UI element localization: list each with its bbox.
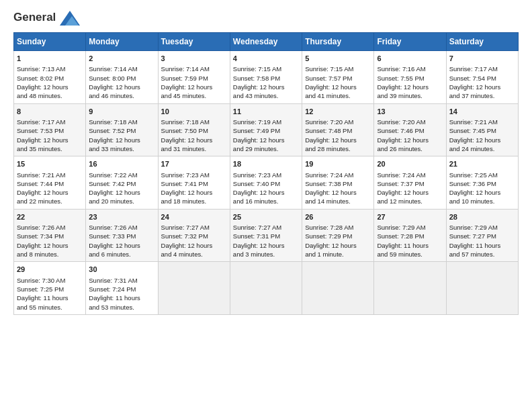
day-number: 19 — [305, 159, 371, 169]
day-number: 3 — [161, 54, 227, 64]
day-cell-7: 7Sunrise: 7:17 AMSunset: 7:54 PMDaylight… — [446, 51, 518, 104]
day-number: 15 — [17, 159, 83, 169]
day-number: 20 — [377, 159, 443, 169]
week-row-2: 8Sunrise: 7:17 AMSunset: 7:53 PMDaylight… — [14, 103, 519, 156]
day-cell-13: 13Sunrise: 7:20 AMSunset: 7:46 PMDayligh… — [374, 103, 446, 156]
col-header-wednesday: Wednesday — [230, 33, 302, 51]
week-row-3: 15Sunrise: 7:21 AMSunset: 7:44 PMDayligh… — [14, 156, 519, 210]
empty-cell — [302, 262, 374, 315]
day-number: 29 — [17, 265, 83, 275]
logo: General — [13, 11, 80, 26]
day-number: 6 — [377, 54, 443, 64]
day-cell-8: 8Sunrise: 7:17 AMSunset: 7:53 PMDaylight… — [14, 103, 86, 156]
day-cell-22: 22Sunrise: 7:26 AMSunset: 7:34 PMDayligh… — [14, 209, 86, 262]
day-number: 23 — [89, 212, 154, 222]
day-cell-20: 20Sunrise: 7:24 AMSunset: 7:37 PMDayligh… — [374, 156, 446, 210]
day-cell-29: 29Sunrise: 7:30 AMSunset: 7:25 PMDayligh… — [14, 262, 86, 315]
week-row-5: 29Sunrise: 7:30 AMSunset: 7:25 PMDayligh… — [14, 262, 519, 315]
day-number: 13 — [377, 107, 443, 117]
day-cell-2: 2Sunrise: 7:14 AMSunset: 8:00 PMDaylight… — [86, 51, 158, 104]
col-header-sunday: Sunday — [14, 33, 86, 51]
calendar-table: SundayMondayTuesdayWednesdayThursdayFrid… — [13, 32, 519, 315]
logo-icon — [60, 11, 80, 26]
day-cell-3: 3Sunrise: 7:14 AMSunset: 7:59 PMDaylight… — [158, 51, 230, 104]
day-number: 11 — [233, 107, 299, 117]
day-number: 21 — [449, 159, 515, 169]
day-number: 28 — [449, 212, 515, 222]
day-cell-23: 23Sunrise: 7:26 AMSunset: 7:33 PMDayligh… — [86, 209, 158, 262]
header: General — [13, 11, 519, 26]
logo-text: General — [13, 11, 80, 26]
day-number: 4 — [233, 54, 299, 64]
day-cell-30: 30Sunrise: 7:31 AMSunset: 7:24 PMDayligh… — [86, 262, 158, 315]
day-cell-28: 28Sunrise: 7:29 AMSunset: 7:27 PMDayligh… — [446, 209, 518, 262]
day-number: 25 — [233, 212, 299, 222]
day-cell-15: 15Sunrise: 7:21 AMSunset: 7:44 PMDayligh… — [14, 156, 86, 210]
week-row-1: 1Sunrise: 7:13 AMSunset: 8:02 PMDaylight… — [14, 51, 519, 104]
day-cell-24: 24Sunrise: 7:27 AMSunset: 7:32 PMDayligh… — [158, 209, 230, 262]
day-cell-6: 6Sunrise: 7:16 AMSunset: 7:55 PMDaylight… — [374, 51, 446, 104]
day-cell-11: 11Sunrise: 7:19 AMSunset: 7:49 PMDayligh… — [230, 103, 302, 156]
day-cell-4: 4Sunrise: 7:15 AMSunset: 7:58 PMDaylight… — [230, 51, 302, 104]
day-number: 24 — [161, 212, 227, 222]
day-number: 27 — [377, 212, 443, 222]
day-number: 8 — [17, 107, 83, 117]
col-header-tuesday: Tuesday — [158, 33, 230, 51]
day-number: 22 — [17, 212, 83, 222]
day-number: 5 — [305, 54, 371, 64]
empty-cell — [374, 262, 446, 315]
day-cell-19: 19Sunrise: 7:24 AMSunset: 7:38 PMDayligh… — [302, 156, 374, 210]
day-number: 12 — [305, 107, 371, 117]
day-cell-9: 9Sunrise: 7:18 AMSunset: 7:52 PMDaylight… — [86, 103, 158, 156]
empty-cell — [446, 262, 518, 315]
day-number: 30 — [89, 265, 154, 275]
week-row-4: 22Sunrise: 7:26 AMSunset: 7:34 PMDayligh… — [14, 209, 519, 262]
col-header-thursday: Thursday — [302, 33, 374, 51]
col-header-monday: Monday — [86, 33, 158, 51]
day-cell-26: 26Sunrise: 7:28 AMSunset: 7:29 PMDayligh… — [302, 209, 374, 262]
day-cell-5: 5Sunrise: 7:15 AMSunset: 7:57 PMDaylight… — [302, 51, 374, 104]
day-cell-18: 18Sunrise: 7:23 AMSunset: 7:40 PMDayligh… — [230, 156, 302, 210]
day-cell-16: 16Sunrise: 7:22 AMSunset: 7:42 PMDayligh… — [86, 156, 158, 210]
day-number: 1 — [17, 54, 83, 64]
empty-cell — [158, 262, 230, 315]
day-number: 2 — [89, 54, 154, 64]
col-header-friday: Friday — [374, 33, 446, 51]
day-number: 18 — [233, 159, 299, 169]
day-number: 14 — [449, 107, 515, 117]
day-number: 26 — [305, 212, 371, 222]
day-cell-25: 25Sunrise: 7:27 AMSunset: 7:31 PMDayligh… — [230, 209, 302, 262]
day-cell-17: 17Sunrise: 7:23 AMSunset: 7:41 PMDayligh… — [158, 156, 230, 210]
day-cell-27: 27Sunrise: 7:29 AMSunset: 7:28 PMDayligh… — [374, 209, 446, 262]
day-number: 10 — [161, 107, 227, 117]
day-number: 16 — [89, 159, 154, 169]
day-cell-21: 21Sunrise: 7:25 AMSunset: 7:36 PMDayligh… — [446, 156, 518, 210]
day-cell-14: 14Sunrise: 7:21 AMSunset: 7:45 PMDayligh… — [446, 103, 518, 156]
day-cell-12: 12Sunrise: 7:20 AMSunset: 7:48 PMDayligh… — [302, 103, 374, 156]
day-cell-10: 10Sunrise: 7:18 AMSunset: 7:50 PMDayligh… — [158, 103, 230, 156]
empty-cell — [230, 262, 302, 315]
page: General SundayMondayTuesdayWednesdayThur… — [0, 0, 532, 411]
day-number: 7 — [449, 54, 515, 64]
day-number: 17 — [161, 159, 227, 169]
col-header-saturday: Saturday — [446, 33, 518, 51]
day-cell-1: 1Sunrise: 7:13 AMSunset: 8:02 PMDaylight… — [14, 51, 86, 104]
day-number: 9 — [89, 107, 154, 117]
